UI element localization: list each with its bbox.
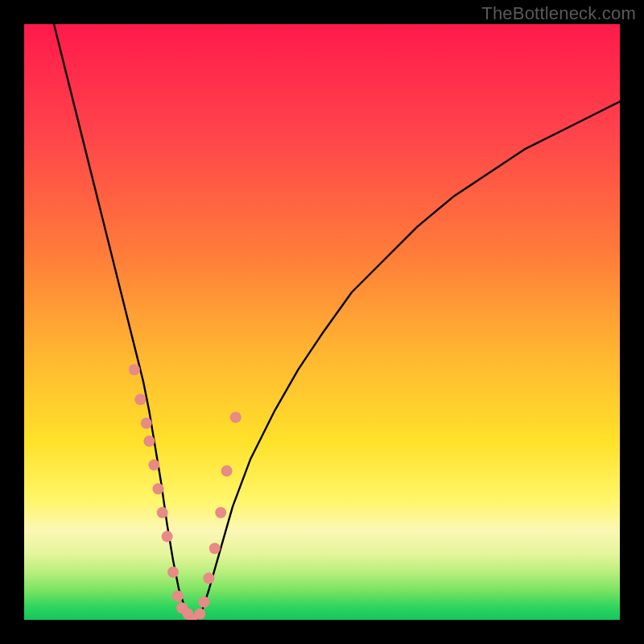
- sample-point: [230, 411, 242, 423]
- sample-point: [215, 507, 226, 518]
- sample-point: [221, 465, 233, 477]
- sample-point: [129, 364, 140, 375]
- sample-point: [141, 418, 152, 429]
- gradient-background: [24, 24, 620, 620]
- watermark-text: TheBottleneck.com: [481, 3, 636, 24]
- sample-point: [167, 567, 179, 578]
- sample-point: [134, 394, 146, 405]
- sample-point: [148, 460, 159, 471]
- chart-canvas: [24, 24, 620, 620]
- chart-frame: TheBottleneck.com: [0, 0, 644, 644]
- sample-point: [157, 507, 168, 518]
- sample-point: [153, 483, 164, 494]
- sample-point: [194, 609, 205, 620]
- sample-point: [203, 572, 214, 584]
- plot-area: [24, 24, 620, 620]
- sample-point: [199, 597, 210, 608]
- sample-point: [162, 530, 173, 542]
- sample-point: [172, 590, 184, 601]
- sample-point: [209, 543, 221, 554]
- sample-point: [143, 436, 155, 447]
